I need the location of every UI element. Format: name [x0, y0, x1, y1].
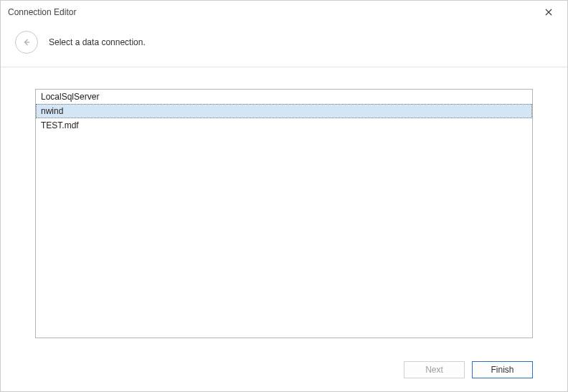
list-item[interactable]: nwind	[36, 104, 532, 118]
connections-listbox[interactable]: LocalSqlServernwindTEST.mdf	[35, 89, 533, 338]
connection-editor-window: Connection Editor Select a data connecti…	[0, 0, 568, 392]
back-button[interactable]	[15, 31, 38, 54]
finish-button[interactable]: Finish	[472, 361, 533, 378]
next-button[interactable]: Next	[404, 361, 465, 378]
list-item[interactable]: TEST.mdf	[36, 118, 532, 133]
content-area: LocalSqlServernwindTEST.mdf	[1, 67, 567, 353]
window-title: Connection Editor	[8, 7, 537, 17]
arrow-left-icon	[22, 37, 32, 47]
header-prompt: Select a data connection.	[49, 37, 146, 47]
list-item[interactable]: LocalSqlServer	[36, 90, 532, 104]
footer: Next Finish	[1, 353, 567, 391]
close-icon	[545, 9, 552, 16]
close-button[interactable]	[537, 1, 560, 24]
titlebar: Connection Editor	[1, 1, 567, 24]
header-area: Select a data connection.	[1, 24, 567, 67]
